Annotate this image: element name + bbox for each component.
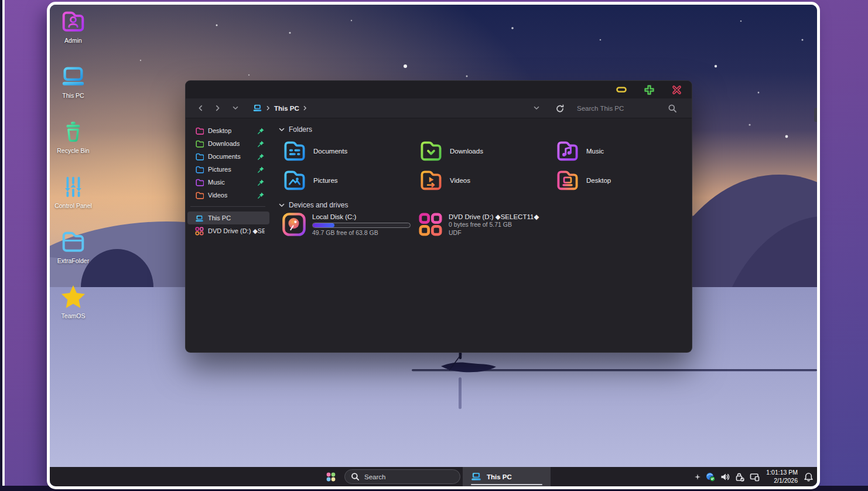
- desktop-icon-column: Admin This PC Recycle Bin: [51, 8, 95, 339]
- this-pc-icon: [195, 214, 204, 223]
- sidebar-item-label: This PC: [208, 214, 231, 221]
- frame-edge-bottom: [0, 486, 868, 491]
- sidebar-item-label: Documents: [208, 153, 241, 160]
- breadcrumb-this-pc[interactable]: This PC: [274, 105, 299, 112]
- drive-free-space: 0 bytes free of 5.71 GB: [449, 221, 539, 229]
- admin-folder-icon: [60, 8, 87, 35]
- tile-label: Desktop: [586, 177, 611, 184]
- search-input[interactable]: [577, 105, 660, 112]
- cast-display-icon[interactable]: [750, 472, 760, 482]
- sidebar: Desktop Downloads Documents Pictures: [186, 118, 271, 352]
- dvd-drive-icon: [195, 227, 204, 236]
- tile-label: Downloads: [450, 148, 483, 155]
- explorer-content: Desktop Downloads Documents Pictures: [186, 118, 692, 352]
- desktop-icon-admin[interactable]: Admin: [51, 8, 95, 63]
- sidebar-item-label: Desktop: [208, 127, 231, 134]
- sidebar-item-downloads[interactable]: Downloads: [187, 137, 269, 150]
- back-icon[interactable]: [194, 102, 207, 115]
- drive-name: Local Disk (C:): [312, 213, 411, 221]
- secure-lock-icon[interactable]: [735, 472, 744, 482]
- recent-locations-chevron-icon[interactable]: [229, 102, 242, 115]
- pin-icon: [257, 166, 265, 173]
- sidebar-item-pictures[interactable]: Pictures: [187, 163, 269, 176]
- folder-tile-music[interactable]: Music: [555, 137, 691, 166]
- drives-grid: Local Disk (C:) 49.7 GB free of 63.8 GB …: [277, 212, 692, 237]
- downloads-folder-icon: [418, 138, 444, 164]
- frame-accent-line: [2, 0, 5, 491]
- drive-free-space: 49.7 GB free of 63.8 GB: [312, 229, 411, 237]
- folder-desktop-icon: [195, 127, 204, 135]
- folder-tile-desktop[interactable]: Desktop: [555, 166, 691, 195]
- sidebar-item-music[interactable]: Music: [187, 176, 269, 189]
- minimize-button[interactable]: [616, 84, 627, 96]
- folder-tile-videos[interactable]: Videos: [418, 166, 555, 195]
- sidebar-item-dvd-drive[interactable]: DVD Drive (D:) ◆SELE: [187, 224, 269, 237]
- taskbar-app-this-pc[interactable]: This PC: [463, 467, 551, 486]
- desktop-icon-label: This PC: [62, 92, 84, 100]
- folder-downloads-icon: [195, 139, 204, 148]
- section-title: Devices and drives: [289, 201, 348, 209]
- sidebar-item-desktop[interactable]: Desktop: [187, 124, 269, 137]
- desktop-icon-this-pc[interactable]: This PC: [51, 63, 95, 118]
- volume-icon[interactable]: [720, 472, 730, 482]
- pin-icon: [257, 179, 265, 186]
- sidebar-item-label: DVD Drive (D:) ◆SELE: [208, 227, 265, 235]
- maximize-button[interactable]: [643, 84, 655, 96]
- refresh-icon[interactable]: [553, 102, 566, 115]
- desktop-icon-control-panel[interactable]: Control Panel: [51, 173, 95, 229]
- breadcrumb-separator-icon: [266, 105, 270, 111]
- notification-bell-icon[interactable]: [804, 472, 813, 482]
- section-header-devices[interactable]: Devices and drives: [279, 201, 692, 209]
- desktop-folder-icon: [555, 168, 580, 193]
- control-panel-icon: [60, 173, 87, 200]
- sidebar-item-label: Downloads: [208, 140, 240, 147]
- file-explorer-window: This PC: [185, 80, 692, 353]
- hidden-icons-icon[interactable]: [695, 474, 700, 480]
- pin-icon: [257, 153, 265, 161]
- sidebar-separator: [190, 206, 265, 207]
- desktop-icon-label: Control Panel: [54, 202, 92, 210]
- this-pc-icon: [60, 63, 87, 90]
- section-header-folders[interactable]: Folders: [279, 125, 692, 134]
- this-pc-icon: [252, 104, 262, 112]
- folder-music-icon: [195, 178, 204, 187]
- close-button[interactable]: [671, 84, 682, 96]
- sidebar-item-videos[interactable]: Videos: [187, 189, 269, 202]
- pictures-folder-icon: [282, 168, 307, 193]
- this-pc-icon: [470, 472, 482, 482]
- folder-tile-documents[interactable]: Documents: [282, 137, 418, 166]
- drive-dvd-d[interactable]: DVD Drive (D:) ◆SELECT11◆ 0 bytes free o…: [418, 212, 555, 237]
- explorer-main: Folders Documents: [271, 118, 692, 352]
- taskbar-search-input[interactable]: [364, 473, 440, 480]
- forward-icon[interactable]: [211, 102, 224, 115]
- taskbar-clock[interactable]: 1:01:13 PM 2/1/2026: [765, 469, 799, 484]
- search-icon[interactable]: [666, 102, 679, 115]
- drive-filesystem: UDF: [449, 229, 539, 237]
- folder-documents-icon: [195, 152, 204, 161]
- taskbar-search[interactable]: [344, 469, 460, 484]
- sidebar-item-documents[interactable]: Documents: [187, 150, 269, 163]
- sidebar-item-this-pc[interactable]: This PC: [187, 212, 269, 224]
- navigation-bar: This PC: [186, 98, 692, 118]
- search-icon: [351, 472, 360, 481]
- clock-date: 2/1/2026: [766, 477, 798, 485]
- tile-label: Documents: [313, 148, 347, 155]
- desktop-icon-teamos[interactable]: TeamOS: [51, 284, 95, 339]
- taskbar-app-label: This PC: [487, 473, 512, 480]
- window-titlebar[interactable]: [186, 81, 692, 98]
- sidebar-item-label: Videos: [208, 192, 227, 199]
- pin-icon: [257, 140, 265, 148]
- system-tray: 1:01:13 PM 2/1/2026: [695, 467, 813, 486]
- desktop: Admin This PC Recycle Bin: [50, 5, 817, 486]
- windows-security-icon[interactable]: [706, 472, 715, 482]
- address-dropdown-chevron-icon[interactable]: [530, 102, 543, 115]
- desktop-icon-extrafolder[interactable]: ExtraFolder: [51, 229, 95, 284]
- desktop-icon-recycle-bin[interactable]: Recycle Bin: [51, 118, 95, 173]
- folder-videos-icon: [195, 191, 204, 200]
- drive-local-disk-c[interactable]: Local Disk (C:) 49.7 GB free of 63.8 GB: [282, 212, 418, 237]
- desktop-icon-label: Recycle Bin: [57, 147, 89, 155]
- start-button[interactable]: [326, 472, 336, 482]
- folder-tile-pictures[interactable]: Pictures: [282, 166, 418, 195]
- pin-icon: [257, 192, 265, 199]
- folder-tile-downloads[interactable]: Downloads: [418, 137, 555, 166]
